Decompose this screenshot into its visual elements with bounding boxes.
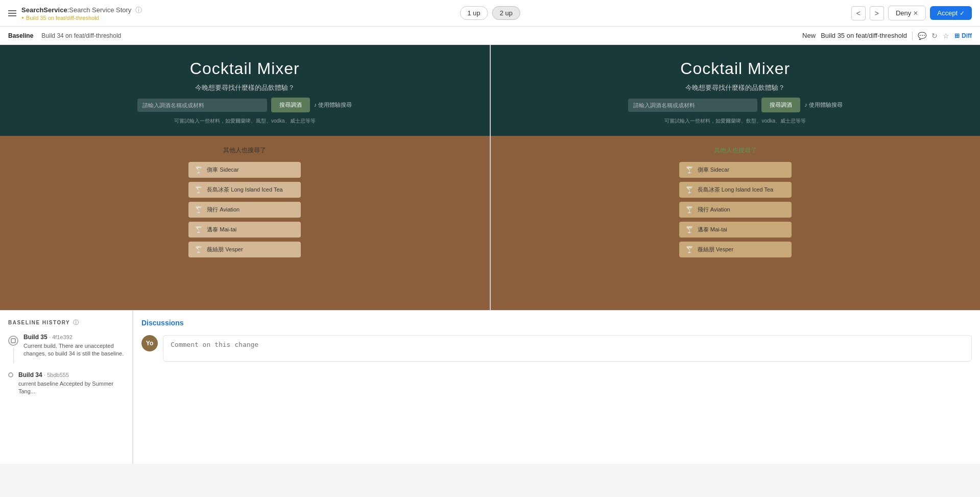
baseline-cocktail-list: 🍸 側車 Sidecar 🍸 長島冰茶 Long Island Iced Tea… xyxy=(188,162,301,257)
new-header: Cocktail Mixer 今晚想要尋找什麼樣的品飲體驗？ 搜尋調酒 ♪ 使用… xyxy=(491,45,981,136)
baseline-subtitle: 今晚想要尋找什麼樣的品飲體驗？ xyxy=(195,83,295,92)
hamburger-menu[interactable] xyxy=(8,10,16,16)
new-section-title: 其他人也搜尋了 xyxy=(714,146,757,155)
baseline-section-title: 其他人也搜尋了 xyxy=(223,146,266,155)
star-icon[interactable]: ☆ xyxy=(943,32,949,40)
cocktail-icon-3: 🍸 xyxy=(195,226,203,233)
cocktail-name-3: 邁泰 Mai-tai xyxy=(698,226,727,233)
view-1up-button[interactable]: 1 up xyxy=(460,6,488,20)
baseline-history-panel: BASELINE HISTORY ⓘ Build 35 · 4f1e392 xyxy=(0,311,133,464)
new-cocktail-list: 🍸 側車 Sidecar 🍸 長島冰茶 Long Island Iced Tea… xyxy=(679,162,792,257)
cocktail-name-4: 薇絲朋 Vesper xyxy=(207,246,243,253)
history-build-0: Build 35 · 4f1e392 xyxy=(23,334,124,341)
cocktail-icon-3: 🍸 xyxy=(685,226,694,233)
baseline-title: Cocktail Mixer xyxy=(190,59,300,78)
new-subtitle: 今晚想要尋找什麼樣的品飲體驗？ xyxy=(685,83,785,92)
comment-input[interactable] xyxy=(163,335,972,362)
new-body: 其他人也搜尋了 🍸 側車 Sidecar 🍸 長島冰茶 Long Island … xyxy=(491,136,981,310)
list-item[interactable]: 🍸 側車 Sidecar xyxy=(679,162,792,178)
deny-button[interactable]: Deny ✕ xyxy=(888,6,926,20)
chat-icon[interactable]: 💬 xyxy=(918,32,926,40)
prev-button[interactable]: < xyxy=(851,6,866,20)
history-build-1: Build 34 · 5bdb555 xyxy=(18,371,124,378)
comment-row: Yo xyxy=(141,335,972,362)
history-content-0: Build 35 · 4f1e392 Current build. There … xyxy=(23,334,124,358)
baseline-body: 其他人也搜尋了 🍸 側車 Sidecar 🍸 長島冰茶 Long Island … xyxy=(0,136,490,310)
baseline-hint: 可嘗試輸入一些材料，如愛爾蘭啤、風型、vodka、威士忌等等 xyxy=(174,117,316,125)
baseline-use-button[interactable]: ♪ 使用體驗搜尋 xyxy=(314,101,352,109)
new-panel: Cocktail Mixer 今晚想要尋找什麼樣的品飲體驗？ 搜尋調酒 ♪ 使用… xyxy=(490,45,981,310)
list-item[interactable]: 🍸 邁泰 Mai-tai xyxy=(188,222,301,238)
diff-icon: ⊞ xyxy=(954,32,960,39)
sub-bar: Baseline Build 34 on feat/diff-threshold… xyxy=(0,27,980,45)
next-button[interactable]: > xyxy=(870,6,884,20)
cocktail-name-0: 側車 Sidecar xyxy=(207,166,238,174)
history-item-0: Build 35 · 4f1e392 Current build. There … xyxy=(8,334,124,363)
cocktail-name-2: 飛行 Aviation xyxy=(698,206,730,214)
discussions-panel: Discussions Yo xyxy=(133,311,980,464)
new-use-button[interactable]: ♪ 使用體驗搜尋 xyxy=(804,101,843,109)
cocktail-icon-1: 🍸 xyxy=(685,186,694,194)
baseline-cocktail-app: Cocktail Mixer 今晚想要尋找什麼樣的品飲體驗？ 搜尋調酒 ♪ 使用… xyxy=(0,45,490,310)
discussions-title: Discussions xyxy=(141,319,972,327)
history-content-1: Build 34 · 5bdb555 current baseline Acce… xyxy=(18,371,124,396)
story-name: Search Service Story xyxy=(69,6,131,14)
baseline-panel: Cocktail Mixer 今晚想要尋找什麼樣的品飲體驗？ 搜尋調酒 ♪ 使用… xyxy=(0,45,490,310)
cocktail-icon-2: 🍸 xyxy=(195,206,203,214)
sub-bar-right: New Build 35 on feat/diff-threshold 💬 ↻ … xyxy=(802,32,972,40)
svg-rect-0 xyxy=(11,339,15,343)
top-bar-left: SearchService:Search Service Story ⓘ Bui… xyxy=(8,6,142,21)
view-2up-button[interactable]: 2 up xyxy=(492,6,520,20)
cocktail-name-3: 邁泰 Mai-tai xyxy=(207,226,236,233)
list-item[interactable]: 🍸 飛行 Aviation xyxy=(679,202,792,218)
accept-button[interactable]: Accept ✓ xyxy=(930,6,972,20)
cocktail-icon-0: 🍸 xyxy=(685,166,694,174)
refresh-icon[interactable]: ↻ xyxy=(931,32,938,40)
new-search-button[interactable]: 搜尋調酒 xyxy=(761,98,800,112)
cocktail-name-1: 長島冰茶 Long Island Iced Tea xyxy=(698,186,773,194)
cocktail-icon-0: 🍸 xyxy=(195,166,203,174)
list-item[interactable]: 🍸 薇絲朋 Vesper xyxy=(679,242,792,257)
list-item[interactable]: 🍸 長島冰茶 Long Island Iced Tea xyxy=(188,182,301,198)
list-item[interactable]: 🍸 薇絲朋 Vesper xyxy=(188,242,301,257)
cocktail-icon-4: 🍸 xyxy=(195,246,203,253)
baseline-search-input[interactable] xyxy=(137,99,267,112)
diff-label: Diff xyxy=(962,32,972,39)
history-icon-1 xyxy=(8,372,13,377)
baseline-history-title: BASELINE HISTORY ⓘ xyxy=(8,319,124,326)
top-bar: SearchService:Search Service Story ⓘ Bui… xyxy=(0,0,980,27)
new-title: Cocktail Mixer xyxy=(680,59,790,78)
divider xyxy=(912,32,913,40)
cocktail-icon-1: 🍸 xyxy=(195,186,203,194)
new-search-input[interactable] xyxy=(628,99,757,112)
cocktail-name-1: 長島冰茶 Long Island Iced Tea xyxy=(207,186,282,194)
history-hash-1: · 5bdb555 xyxy=(44,372,69,378)
breadcrumb: SearchService:Search Service Story ⓘ Bui… xyxy=(21,6,142,21)
build-tag: Build 35 on feat/diff-threshold xyxy=(21,15,142,21)
comparison-area: Cocktail Mixer 今晚想要尋找什麼樣的品飲體驗？ 搜尋調酒 ♪ 使用… xyxy=(0,45,980,311)
new-label: New xyxy=(802,32,816,39)
cocktail-icon-2: 🍸 xyxy=(685,206,694,214)
deny-x-icon: ✕ xyxy=(913,10,918,17)
history-hash-0: · 4f1e392 xyxy=(49,334,73,340)
view-toggle: 1 up 2 up xyxy=(460,6,520,20)
list-item[interactable]: 🍸 長島冰茶 Long Island Iced Tea xyxy=(679,182,792,198)
top-bar-right: < > Deny ✕ Accept ✓ xyxy=(851,6,972,20)
baseline-label: Baseline xyxy=(8,32,33,39)
baseline-search-button[interactable]: 搜尋調酒 xyxy=(271,98,310,112)
cocktail-icon-4: 🍸 xyxy=(685,246,694,253)
list-item[interactable]: 🍸 飛行 Aviation xyxy=(188,202,301,218)
baseline-build: Build 34 on feat/diff-threshold xyxy=(41,32,121,39)
bottom-section: BASELINE HISTORY ⓘ Build 35 · 4f1e392 xyxy=(0,311,980,464)
new-search-row: 搜尋調酒 ♪ 使用體驗搜尋 xyxy=(628,98,843,112)
list-item[interactable]: 🍸 邁泰 Mai-tai xyxy=(679,222,792,238)
list-item[interactable]: 🍸 側車 Sidecar xyxy=(188,162,301,178)
baseline-search-row: 搜尋調酒 ♪ 使用體驗搜尋 xyxy=(137,98,352,112)
history-desc-1: current baseline Accepted by Summer Tang… xyxy=(18,380,124,396)
history-desc-0: Current build. There are unaccepted chan… xyxy=(23,342,124,358)
sub-bar-left: Baseline Build 34 on feat/diff-threshold xyxy=(8,32,121,39)
diff-button[interactable]: ⊞ Diff xyxy=(954,32,972,39)
cocktail-name-0: 側車 Sidecar xyxy=(698,166,729,174)
avatar: Yo xyxy=(141,335,158,351)
build-label: Build 35 on feat/diff-threshold xyxy=(26,15,99,21)
